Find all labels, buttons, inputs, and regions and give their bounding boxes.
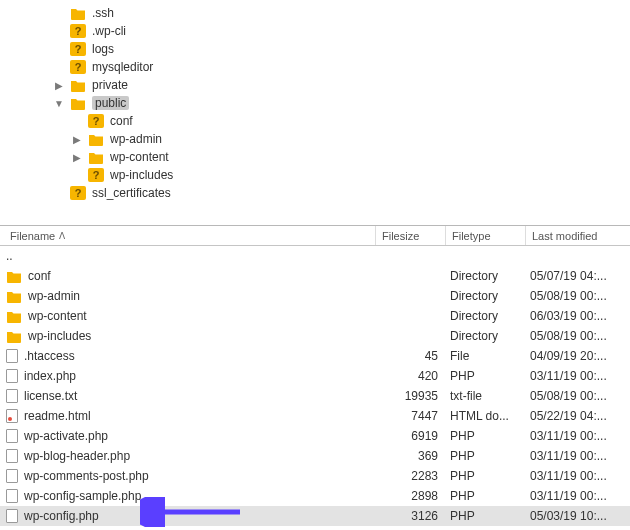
tree-item-public[interactable]: ▼public [0,94,630,112]
file-icon [6,389,18,403]
chevron-right-icon[interactable]: ▶ [52,80,66,91]
tree-item-label: .ssh [92,6,114,20]
tree-item-wp-content[interactable]: ▶wp-content [0,148,630,166]
file-row-conf[interactable]: confDirectory05/07/19 04:... [0,266,630,286]
cell-filetype: PHP [446,509,526,523]
cell-filetype: txt-file [446,389,526,403]
file-row-license-txt[interactable]: license.txt19935txt-file05/08/19 00:... [0,386,630,406]
cell-filesize: 2283 [376,469,446,483]
file-row-index-php[interactable]: index.php420PHP03/11/19 00:... [0,366,630,386]
tree-item-private[interactable]: ▶private [0,76,630,94]
list-column-headers[interactable]: Filename ᐱ Filesize Filetype Last modifi… [0,226,630,246]
chevron-right-icon[interactable]: ▶ [70,134,84,145]
tree-item-wp-includes[interactable]: ?wp-includes [0,166,630,184]
file-row-wp-content[interactable]: wp-contentDirectory06/03/19 00:... [0,306,630,326]
folder-tree[interactable]: .ssh?.wp-cli?logs?mysqleditor▶private▼pu… [0,0,630,225]
cell-filesize: 3126 [376,509,446,523]
unknown-folder-icon: ? [88,114,104,128]
filename-text: license.txt [24,389,77,403]
filename-text: wp-includes [28,329,91,343]
folder-icon [70,6,86,20]
tree-item-label: private [92,78,128,92]
file-row-readme-html[interactable]: readme.html7447HTML do...05/22/19 04:... [0,406,630,426]
file-row-wp-blog-header-php[interactable]: wp-blog-header.php369PHP03/11/19 00:... [0,446,630,466]
file-list[interactable]: Filename ᐱ Filesize Filetype Last modifi… [0,226,630,526]
filename-text: .. [6,249,13,263]
tree-item-label: mysqleditor [92,60,153,74]
cell-modified: 05/08/19 00:... [526,389,626,403]
file-icon [6,449,18,463]
tree-item-label: ssl_certificates [92,186,171,200]
tree-item--wp-cli[interactable]: ?.wp-cli [0,22,630,40]
tree-item--ssh[interactable]: .ssh [0,4,630,22]
cell-filename: wp-includes [6,329,376,343]
col-filename[interactable]: Filename ᐱ [4,226,376,245]
tree-item-wp-admin[interactable]: ▶wp-admin [0,130,630,148]
file-row-wp-comments-post-php[interactable]: wp-comments-post.php2283PHP03/11/19 00:.… [0,466,630,486]
tree-item-conf[interactable]: ?conf [0,112,630,130]
cell-filetype: PHP [446,369,526,383]
cell-filename: wp-admin [6,289,376,303]
cell-filetype: Directory [446,289,526,303]
filename-text: .htaccess [24,349,75,363]
cell-filetype: File [446,349,526,363]
folder-icon [6,289,22,303]
filename-text: wp-content [28,309,87,323]
cell-modified: 05/22/19 04:... [526,409,626,423]
tree-item-ssl_certificates[interactable]: ?ssl_certificates [0,184,630,202]
tree-item-mysqleditor[interactable]: ?mysqleditor [0,58,630,76]
cell-filesize: 420 [376,369,446,383]
filename-text: wp-activate.php [24,429,108,443]
cell-filename: readme.html [6,409,376,423]
cell-modified: 04/09/19 20:... [526,349,626,363]
file-row-wp-activate-php[interactable]: wp-activate.php6919PHP03/11/19 00:... [0,426,630,446]
cell-modified: 05/08/19 00:... [526,289,626,303]
cell-filename: wp-activate.php [6,429,376,443]
tree-item-label: wp-content [110,150,169,164]
filename-text: readme.html [24,409,91,423]
file-row-parent[interactable]: .. [0,246,630,266]
file-row-wp-config-php[interactable]: wp-config.php3126PHP05/03/19 10:... [0,506,630,526]
cell-modified: 03/11/19 00:... [526,429,626,443]
cell-modified: 05/03/19 10:... [526,509,626,523]
cell-filesize: 6919 [376,429,446,443]
tree-item-label: .wp-cli [92,24,126,38]
file-icon [6,469,18,483]
file-row--htaccess[interactable]: .htaccess45File04/09/19 20:... [0,346,630,366]
folder-icon [6,309,22,323]
folder-icon [88,150,104,164]
filename-text: wp-config-sample.php [24,489,141,503]
file-icon [6,429,18,443]
cell-modified: 03/11/19 00:... [526,369,626,383]
cell-filename: conf [6,269,376,283]
cell-filename: wp-config.php [6,509,376,523]
tree-item-logs[interactable]: ?logs [0,40,630,58]
tree-item-label: public [92,96,129,110]
col-filetype[interactable]: Filetype [446,226,526,245]
tree-item-label: wp-admin [110,132,162,146]
filename-text: wp-blog-header.php [24,449,130,463]
cell-filesize: 369 [376,449,446,463]
chevron-down-icon[interactable]: ▼ [52,98,66,109]
chevron-right-icon[interactable]: ▶ [70,152,84,163]
file-icon [6,489,18,503]
col-modified[interactable]: Last modified [526,226,626,245]
col-filesize[interactable]: Filesize [376,226,446,245]
file-row-wp-includes[interactable]: wp-includesDirectory05/08/19 00:... [0,326,630,346]
cell-filetype: PHP [446,429,526,443]
cell-filename: wp-blog-header.php [6,449,376,463]
cell-filename: .htaccess [6,349,376,363]
folder-icon [70,96,86,110]
filename-text: wp-config.php [24,509,99,523]
file-icon [6,409,18,423]
cell-filename: wp-comments-post.php [6,469,376,483]
cell-modified: 03/11/19 00:... [526,489,626,503]
folder-icon [88,132,104,146]
cell-filename: license.txt [6,389,376,403]
folder-icon [6,329,22,343]
file-row-wp-config-sample-php[interactable]: wp-config-sample.php2898PHP03/11/19 00:.… [0,486,630,506]
cell-filename: wp-config-sample.php [6,489,376,503]
cell-filetype: PHP [446,469,526,483]
file-row-wp-admin[interactable]: wp-adminDirectory05/08/19 00:... [0,286,630,306]
cell-filename: .. [6,249,376,263]
